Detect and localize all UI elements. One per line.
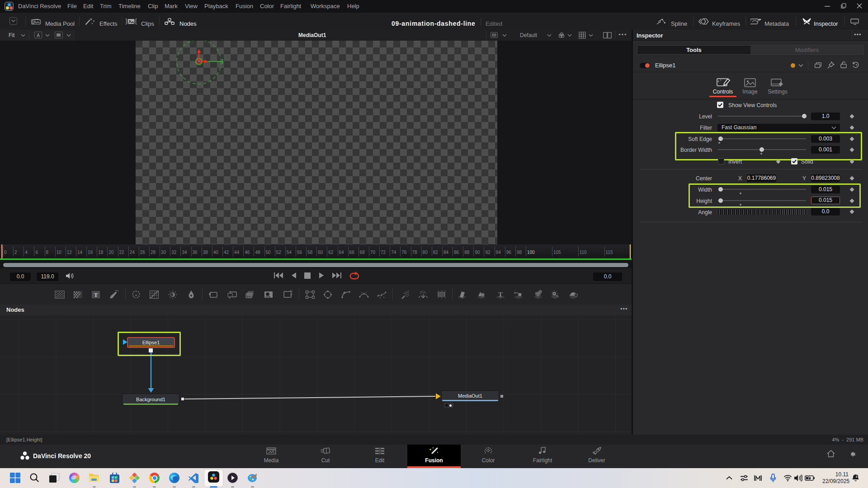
- svg-text:z: z: [857, 474, 859, 477]
